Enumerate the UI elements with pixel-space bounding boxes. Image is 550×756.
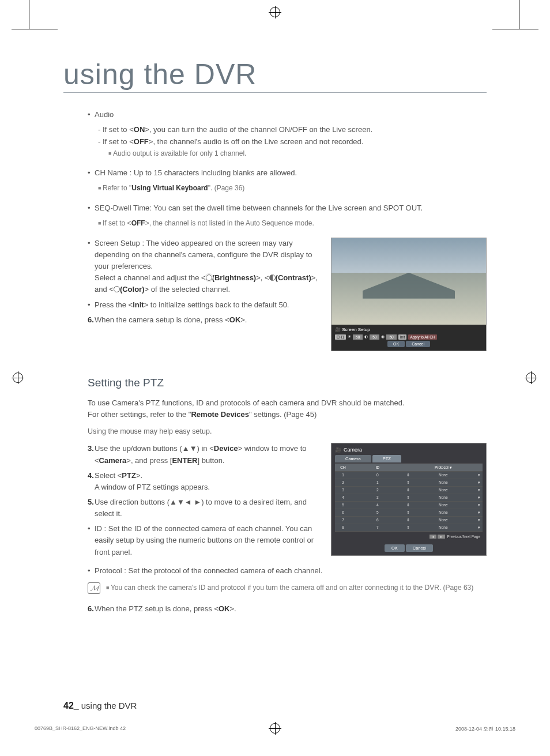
cell-id[interactable]: 5 <box>351 509 404 516</box>
cell-ch: 4 <box>335 494 351 501</box>
dropdown-icon[interactable]: ▾ <box>476 494 483 501</box>
cell-id[interactable]: 4 <box>351 502 404 509</box>
bullet: • <box>88 523 92 558</box>
registration-mark <box>13 373 23 383</box>
stepper-icon[interactable]: ⇕ <box>404 517 411 524</box>
chname-line: CH Name : Up to 15 characters including … <box>95 167 487 179</box>
cell-id[interactable]: 0 <box>351 472 404 479</box>
crop-mark <box>492 29 538 29</box>
step-number: 6. <box>88 314 92 326</box>
dropdown-icon[interactable]: ▾ <box>476 517 483 524</box>
audio-heading: Audio <box>95 109 487 121</box>
stepper-icon[interactable]: ⇕ <box>404 487 411 494</box>
bullet: • <box>88 565 92 577</box>
step-number: 6. <box>88 603 92 615</box>
table-row: 54⇕None▾ <box>335 502 483 509</box>
dropdown-icon[interactable]: ▾ <box>476 479 483 486</box>
audio-off-line: If set to <OFF>, the channel's audio is … <box>98 136 487 148</box>
ss2-col-proto: Protocol ▾ <box>411 464 476 471</box>
dropdown-icon[interactable]: ▾ <box>476 509 483 516</box>
ss2-tab-ptz[interactable]: PTZ <box>372 455 401 462</box>
cell-id[interactable]: 2 <box>351 487 404 494</box>
stepper-icon[interactable]: ⇕ <box>404 494 411 501</box>
registration-mark <box>526 373 536 383</box>
cell-id[interactable]: 3 <box>351 494 404 501</box>
cell-ch: 3 <box>335 487 351 494</box>
stepper-icon[interactable]: ⇕ <box>404 502 411 509</box>
cell-id[interactable]: 6 <box>351 517 404 524</box>
contrast-icon <box>269 274 276 281</box>
ss1-apply-button[interactable]: Apply to All CH <box>408 334 436 340</box>
cell-proto[interactable]: None <box>411 487 476 494</box>
ptz-window-screenshot: 🎥 Camera Camera PTZ CH ID Protocol ▾ 10⇕… <box>331 443 487 556</box>
screen-setup-line: Screen Setup : The video appeared on the… <box>95 238 321 296</box>
bullet: • <box>88 299 92 311</box>
color-icon: ◉ <box>381 334 385 339</box>
ss1-ok-button[interactable]: OK <box>387 341 405 347</box>
page-footer: 42_using the DVR <box>63 701 137 711</box>
cell-proto[interactable]: None <box>411 472 476 479</box>
ptz-step5: Use direction buttons (▲▼◄ ►) to move to… <box>95 497 321 520</box>
ss2-ok-button[interactable]: OK <box>385 544 405 552</box>
print-footline: 00769B_SHR-8162_ENG-NEW.indb 42 2008-12-… <box>35 725 515 733</box>
ptz-section-title: Setting the PTZ <box>88 377 487 389</box>
cell-proto[interactable]: None <box>411 502 476 509</box>
note-icon: 𝓜 <box>88 582 100 594</box>
page-title: using the DVR <box>63 58 487 93</box>
crop-mark <box>12 29 58 29</box>
ptz-step3: Use the up/down buttons (▲▼) in <Device>… <box>95 443 321 466</box>
dropdown-icon[interactable]: ▾ <box>476 502 483 509</box>
cell-id[interactable]: 7 <box>351 524 404 531</box>
ss2-cancel-button[interactable]: Cancel <box>406 544 433 552</box>
bullet: • <box>88 238 92 296</box>
camera-preview <box>331 238 486 325</box>
ss1-init-button[interactable]: Init <box>398 334 407 340</box>
dropdown-icon[interactable]: ▾ <box>476 524 483 531</box>
color-icon <box>114 286 120 292</box>
table-row: 43⇕None▾ <box>335 494 483 502</box>
brightness-icon: ☀ <box>348 334 351 339</box>
table-row: 32⇕None▾ <box>335 487 483 494</box>
chname-note: Refer to "Using Virtual Keyboard". (Page… <box>98 184 244 192</box>
cell-ch: 8 <box>335 524 351 531</box>
table-row: 10⇕None▾ <box>335 472 483 479</box>
table-row: 87⇕None▾ <box>335 524 483 532</box>
cell-ch: 2 <box>335 479 351 486</box>
ss1-cancel-button[interactable]: Cancel <box>406 341 430 347</box>
step-number: 4. <box>88 470 92 493</box>
cell-ch: 7 <box>335 517 351 524</box>
ptz-mouse-note: Using the mouse may help easy setup. <box>88 426 487 437</box>
cell-id[interactable]: 1 <box>351 479 404 486</box>
table-row: 76⇕None▾ <box>335 517 483 524</box>
table-row: 21⇕None▾ <box>335 479 483 487</box>
stepper-icon[interactable]: ⇕ <box>404 479 411 486</box>
step-number: 3. <box>88 443 92 466</box>
ss2-table: CH ID Protocol ▾ 10⇕None▾21⇕None▾32⇕None… <box>335 464 483 532</box>
stepper-icon[interactable]: ⇕ <box>404 509 411 516</box>
cell-proto[interactable]: None <box>411 479 476 486</box>
crop-mark <box>29 0 29 29</box>
stepper-icon[interactable]: ⇕ <box>404 524 411 531</box>
ptz-protocol-line: Protocol : Set the protocol of the conne… <box>95 565 487 577</box>
cell-proto[interactable]: None <box>411 509 476 516</box>
cell-proto[interactable]: None <box>411 494 476 501</box>
step-number: 5. <box>88 497 92 520</box>
contrast-icon: ◐ <box>364 334 368 339</box>
cell-proto[interactable]: None <box>411 517 476 524</box>
ss1-brightness: 50 <box>353 334 363 340</box>
ss2-pager[interactable]: ◄► Previous/Next Page <box>337 535 480 539</box>
crop-mark <box>519 0 519 29</box>
ss2-title: Camera <box>344 447 362 453</box>
brightness-icon <box>206 274 212 281</box>
cell-ch: 6 <box>335 509 351 516</box>
ss1-contrast: 50 <box>370 334 379 340</box>
dropdown-icon[interactable]: ▾ <box>476 472 483 479</box>
ptz-step4: Select <PTZ>. A window of PTZ settings a… <box>95 470 321 493</box>
stepper-icon[interactable]: ⇕ <box>404 472 411 479</box>
ptz-step6: When the PTZ setup is done, press <OK>. <box>95 603 487 615</box>
ptz-id-line: ID : Set the ID of the connected camera … <box>95 523 321 558</box>
bullet: • <box>88 167 92 179</box>
ss2-tab-camera[interactable]: Camera <box>335 455 371 462</box>
dropdown-icon[interactable]: ▾ <box>476 487 483 494</box>
cell-proto[interactable]: None <box>411 524 476 531</box>
